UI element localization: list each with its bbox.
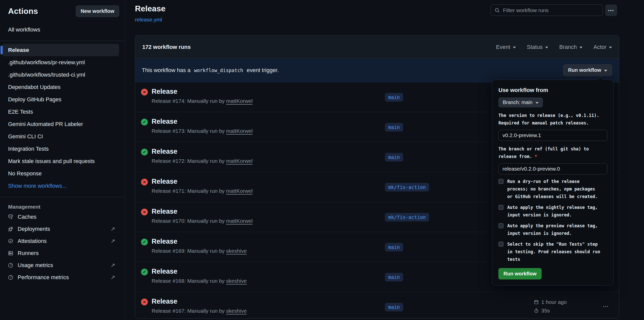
nightly-tag-checkbox[interactable] [498,205,503,210]
page-title: Release [135,4,165,13]
run-title[interactable]: Release [152,178,177,185]
run-status-icon [141,239,148,245]
filter-workflow-runs-search[interactable] [491,5,603,16]
chevron-down-icon [609,47,612,48]
run-description: Release #171: Manually run by mattKorwel [152,188,253,194]
runs-count: 172 workflow runs [142,44,191,50]
run-title[interactable]: Release [152,88,177,95]
checkbox-label[interactable]: Auto apply the preview release tag, inpu… [507,222,603,237]
run-title[interactable]: Release [152,238,177,245]
new-workflow-button[interactable]: New workflow [76,6,119,17]
sidebar-item-trusted-ci[interactable]: .github/workflows/trusted-ci.yml [0,69,125,81]
show-more-workflows-link[interactable]: Show more workflows... [0,180,125,192]
sidebar-item-deployments[interactable]: Deployments [0,223,125,235]
workflow-dispatch-banner: This workflow has a workflow_dispatch ev… [135,59,619,82]
meter-icon [8,274,14,280]
branch-badge[interactable]: main [385,123,403,132]
sidebar-item-no-response[interactable]: No Response [0,167,125,180]
dry-run-checkbox-row: Run a dry-run of the release process; no… [498,178,607,200]
actor-link[interactable]: mattKorwel [226,188,253,194]
filter-event[interactable]: Event [496,44,516,50]
branch-badge[interactable]: main [385,303,403,311]
run-options-kebab-icon[interactable] [603,303,609,309]
run-title[interactable]: Release [152,118,177,125]
ref-input[interactable] [498,163,607,174]
run-status-icon [141,269,148,275]
runs-header: 172 workflow runs Event Status Branch Ac… [135,36,619,59]
run-status-icon [141,89,148,95]
branch-badge[interactable]: main [385,153,403,162]
sidebar-item-attestations[interactable]: Attestations [0,235,125,247]
sidebar-item-pr-review[interactable]: .github/workflows/pr-review.yml [0,56,125,69]
filter-status[interactable]: Status [527,44,548,50]
chevron-down-icon [536,102,539,104]
actor-link[interactable]: mattKorwel [226,98,253,104]
actor-link[interactable]: skeshive [226,248,247,254]
sidebar-item-runners[interactable]: Runners [0,247,125,259]
branch-badge[interactable]: mk/fix-action [385,213,429,221]
workflow-file-link[interactable]: release.yml [135,17,162,23]
sidebar-item-label: Performance metrics [18,274,106,281]
run-title[interactable]: Release [152,148,177,155]
dry-run-checkbox[interactable] [498,179,503,184]
sidebar-item-deploy-github-pages[interactable]: Deploy GitHub Pages [0,93,125,106]
sidebar-item-release[interactable]: Release [3,44,119,56]
run-status-icon [141,179,148,185]
run-status-icon [141,149,148,155]
run-status-icon [141,209,148,215]
branch-badge[interactable]: main [385,93,403,102]
run-description: Release #170: Manually run by mattKorwel [152,218,253,224]
skip-tests-checkbox-row: Select to skip the "Run Tests" step in t… [498,240,607,263]
sidebar-item-gemini-automated-pr-labeler[interactable]: Gemini Automated PR Labeler [0,118,125,130]
sidebar-item-dependabot-updates[interactable]: Dependabot Updates [0,81,125,93]
sidebar-item-e2e-tests[interactable]: E2E Tests [0,106,125,118]
sidebar-item-label: Deployments [18,226,106,232]
run-workflow-dialog: Use workflow from Branch: main The versi… [492,80,613,286]
checkbox-label[interactable]: Auto apply the nightly release tag, inpu… [507,204,603,219]
ref-input-description: The branch or ref (full git sha) to rele… [498,145,604,160]
preview-tag-checkbox[interactable] [498,223,503,228]
server-icon [8,250,14,256]
sidebar-item-mark-stale[interactable]: Mark stale issues and pull requests [0,155,125,167]
kebab-icon [608,9,614,12]
run-title[interactable]: Release [152,208,177,215]
run-workflow-dropdown-button[interactable]: Run workflow [563,65,612,76]
workflow-options-button[interactable] [605,5,617,16]
checkbox-label[interactable]: Run a dry-run of the release process; no… [507,178,603,200]
version-input[interactable] [498,130,607,141]
run-title[interactable]: Release [152,298,177,305]
branch-badge[interactable]: main [385,243,403,251]
actor-link[interactable]: skeshive [226,308,247,314]
chevron-down-icon [604,70,607,72]
skip-tests-checkbox[interactable] [498,242,503,247]
run-description: Release #174: Manually run by mattKorwel [152,98,253,104]
branch-selector[interactable]: Branch: main [498,98,543,107]
sidebar-item-caches[interactable]: Caches [0,211,125,223]
sidebar-item-all-workflows[interactable]: All workflows [0,24,125,36]
checkbox-label[interactable]: Select to skip the "Run Tests" step in t… [507,240,603,263]
run-title[interactable]: Release [152,268,177,275]
workflow-dispatch-code: workflow_dispatch [192,68,245,73]
search-input[interactable] [503,7,599,13]
actor-link[interactable]: mattKorwel [226,218,253,224]
sidebar-item-gemini-cli-ci[interactable]: Gemini CLI CI [0,130,125,143]
sidebar-item-label: Runners [18,250,116,257]
sidebar-item-usage-metrics[interactable]: Usage metrics [0,259,125,271]
runs-filters: Event Status Branch Actor [496,44,612,50]
branch-badge[interactable]: main [385,273,403,281]
sidebar-item-performance-metrics[interactable]: Performance metrics [0,271,125,283]
run-description: Release #168: Manually run by skeshive [152,278,247,284]
actor-link[interactable]: mattKorwel [226,158,253,164]
external-link-icon [110,275,116,280]
filter-branch[interactable]: Branch [559,44,582,50]
run-workflow-submit-button[interactable]: Run workflow [498,268,542,279]
workflow-run-row[interactable]: Release Release #167: Manually run by sk… [135,292,619,318]
filter-actor[interactable]: Actor [594,44,612,50]
nightly-tag-checkbox-row: Auto apply the nightly release tag, inpu… [498,204,607,219]
run-description: Release #173: Manually run by mattKorwel [152,128,253,134]
actor-link[interactable]: skeshive [226,278,247,284]
branch-badge[interactable]: mk/fix-action [385,183,429,191]
run-status-icon [141,119,148,125]
sidebar-item-integration-tests[interactable]: Integration Tests [0,143,125,155]
actor-link[interactable]: mattKorwel [226,128,253,134]
